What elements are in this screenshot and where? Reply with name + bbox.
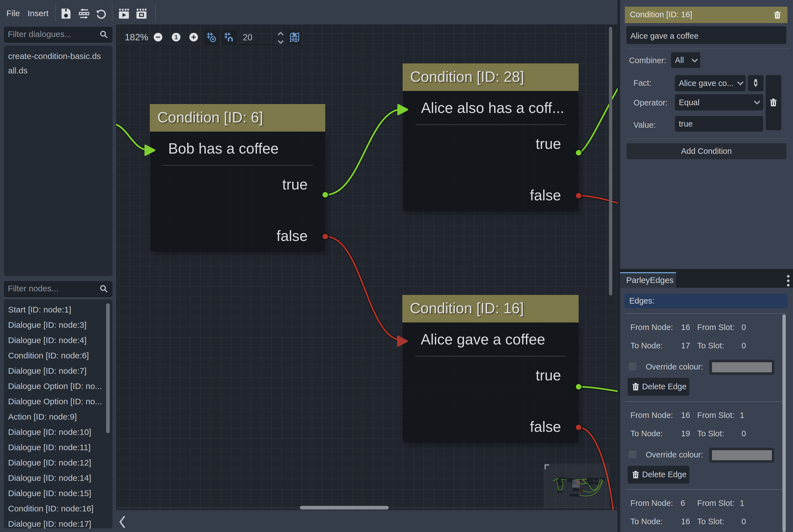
svg-text:1: 1 [174,34,178,41]
